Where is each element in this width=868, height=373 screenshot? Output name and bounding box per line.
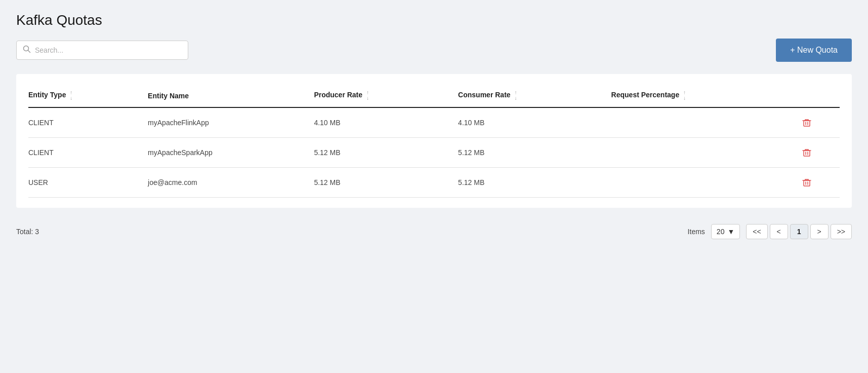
col-actions <box>800 84 840 107</box>
cell-consumer-rate-1: 5.12 MB <box>458 138 611 168</box>
search-icon <box>23 45 31 55</box>
table-row: CLIENT myApacheFlinkApp 4.10 MB 4.10 MB <box>28 107 840 138</box>
cell-entity-type-0: CLIENT <box>28 107 148 138</box>
svg-rect-2 <box>804 121 810 126</box>
col-consumer-rate: Consumer Rate ↑↓ <box>458 84 611 107</box>
table-header-row: Entity Type ↑↓ Entity Name Producer Rate… <box>28 84 840 107</box>
cell-entity-name-1: myApacheSparkApp <box>148 138 314 168</box>
chevron-down-icon: ▼ <box>727 228 734 236</box>
col-request-percentage: Request Percentage ↑↓ <box>611 84 801 107</box>
search-input[interactable] <box>35 46 182 54</box>
cell-entity-type-1: CLIENT <box>28 138 148 168</box>
col-producer-rate: Producer Rate ↑↓ <box>314 84 458 107</box>
table-row: CLIENT myApacheSparkApp 5.12 MB 5.12 MB <box>28 138 840 168</box>
delete-button-0[interactable] <box>800 116 813 129</box>
cell-consumer-rate-2: 5.12 MB <box>458 168 611 198</box>
cell-producer-rate-0: 4.10 MB <box>314 107 458 138</box>
table-footer: Total: 3 Items 20 ▼ << < 1 > >> <box>16 220 852 243</box>
cell-entity-type-2: USER <box>28 168 148 198</box>
pagination-next-button[interactable]: > <box>810 224 829 239</box>
cell-entity-name-0: myApacheFlinkApp <box>148 107 314 138</box>
quotas-table-container: Entity Type ↑↓ Entity Name Producer Rate… <box>16 74 852 208</box>
col-entity-name: Entity Name <box>148 84 314 107</box>
sort-icons-request-pct[interactable]: ↑↓ <box>683 90 686 101</box>
cell-request-pct-1 <box>611 138 801 168</box>
sort-icons-consumer-rate[interactable]: ↑↓ <box>514 90 517 101</box>
cell-action-2 <box>800 168 840 198</box>
search-box <box>16 41 188 60</box>
delete-button-2[interactable] <box>800 176 813 189</box>
pagination-last-button[interactable]: >> <box>831 224 852 239</box>
delete-button-1[interactable] <box>800 146 813 159</box>
cell-producer-rate-1: 5.12 MB <box>314 138 458 168</box>
pagination-first-button[interactable]: << <box>746 224 767 239</box>
cell-request-pct-2 <box>611 168 801 198</box>
table-row: USER joe@acme.com 5.12 MB 5.12 MB <box>28 168 840 198</box>
svg-rect-4 <box>804 180 810 186</box>
cell-entity-name-2: joe@acme.com <box>148 168 314 198</box>
pagination-prev-button[interactable]: < <box>770 224 788 239</box>
cell-consumer-rate-0: 4.10 MB <box>458 107 611 138</box>
sort-icons-entity-type[interactable]: ↑↓ <box>70 90 72 101</box>
cell-request-pct-0 <box>611 107 801 138</box>
pagination-page-1-button[interactable]: 1 <box>790 224 808 239</box>
items-label: Items <box>688 228 705 236</box>
toolbar: + New Quota <box>16 39 852 62</box>
sort-icons-producer-rate[interactable]: ↑↓ <box>366 90 369 101</box>
pagination: Items 20 ▼ << < 1 > >> <box>688 224 852 239</box>
page-title: Kafka Quotas <box>16 12 852 28</box>
cell-action-0 <box>800 107 840 138</box>
cell-producer-rate-2: 5.12 MB <box>314 168 458 198</box>
col-entity-type: Entity Type ↑↓ <box>28 84 148 107</box>
new-quota-button[interactable]: + New Quota <box>776 39 852 62</box>
svg-line-1 <box>28 51 30 53</box>
total-count: Total: 3 <box>16 228 39 236</box>
svg-rect-3 <box>804 151 810 156</box>
quotas-table: Entity Type ↑↓ Entity Name Producer Rate… <box>28 84 840 198</box>
items-per-page-select[interactable]: 20 ▼ <box>711 224 740 239</box>
cell-action-1 <box>800 138 840 168</box>
